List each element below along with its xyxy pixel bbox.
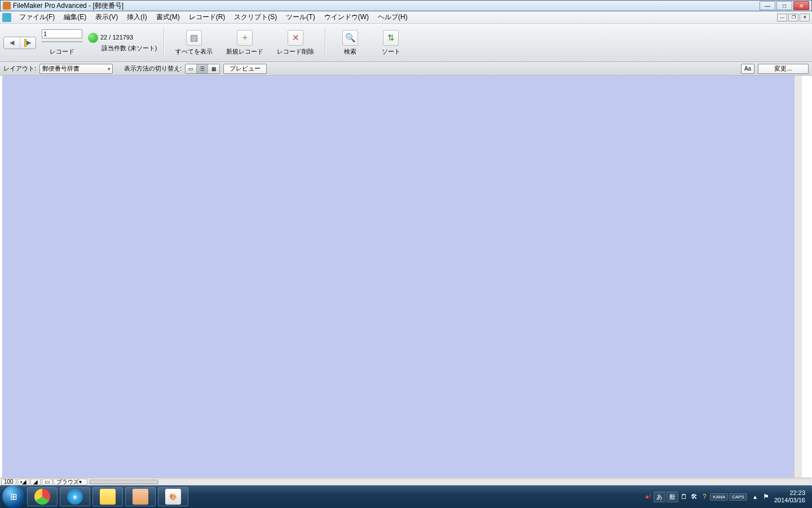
show-all-icon: ▤ <box>186 30 202 46</box>
menu-ウインドウ[interactable]: ウインドウ(W) <box>320 11 373 23</box>
menu-挿入[interactable]: 挿入(I) <box>122 11 151 23</box>
ime-help-icon[interactable]: ? <box>700 492 709 501</box>
preview-button[interactable]: プレビュー <box>223 64 267 74</box>
text-format-button[interactable]: Aa <box>741 64 754 74</box>
menu-書式[interactable]: 書式(M) <box>152 11 184 23</box>
menu-スクリプト[interactable]: スクリプト(S) <box>230 11 281 23</box>
ime-pad-icon[interactable]: 🗒 <box>679 492 689 501</box>
mdi-minimize-button[interactable]: — <box>777 14 787 21</box>
record-index-input[interactable] <box>42 29 82 38</box>
doc-icon <box>2 13 11 22</box>
status-led-icon <box>88 33 98 43</box>
start-button[interactable]: ⊞ <box>2 485 25 508</box>
zoom-in-button[interactable]: ◢ <box>30 479 41 485</box>
view-list-button[interactable]: ☰ <box>197 64 208 73</box>
view-mode-buttons: ▭ ☰ ▦ <box>185 64 220 74</box>
maximize-button[interactable]: □ <box>776 1 792 10</box>
change-button[interactable]: 変更... <box>758 64 809 74</box>
ime-alert-icon[interactable]: ●! <box>643 492 652 501</box>
menu-レコード[interactable]: レコード(R) <box>184 11 230 23</box>
view-form-button[interactable]: ▭ <box>186 64 197 73</box>
search-icon: 🔍 <box>342 30 358 46</box>
task-ie[interactable]: e <box>60 487 90 506</box>
grid-background <box>2 76 794 478</box>
record-prev-button[interactable]: ◀ <box>4 37 20 49</box>
sort-button[interactable]: ⇅ ソート <box>373 25 408 60</box>
clock-date: 2014/03/16 <box>774 497 805 504</box>
task-chrome[interactable] <box>27 487 58 506</box>
delete-record-button[interactable]: ✕ レコード削除 <box>273 25 318 60</box>
sort-status: 該当件数 (未ソート) <box>102 44 157 52</box>
ime-kana[interactable]: KANA <box>710 493 728 501</box>
ime-mode-hiragana[interactable]: あ <box>654 492 665 502</box>
layout-label: レイアウト: <box>3 64 36 73</box>
record-nav: ◀ ▶ <box>3 37 36 49</box>
delete-record-icon: ✕ <box>288 30 303 46</box>
mdi-close-button[interactable]: ✕ <box>800 14 810 21</box>
ime-mode-general[interactable]: 般 <box>667 492 678 502</box>
record-next-button[interactable]: ▶ <box>20 37 36 49</box>
clock[interactable]: 22:23 2014/03/16 <box>774 489 805 504</box>
menu-表示[interactable]: 表示(V) <box>91 11 122 23</box>
app-icon <box>3 2 11 10</box>
view-table-button[interactable]: ▦ <box>208 64 219 73</box>
minimize-button[interactable]: — <box>760 1 775 10</box>
task-explorer[interactable] <box>92 487 123 506</box>
mdi-restore-button[interactable]: ❐ <box>788 14 798 21</box>
new-record-icon: ＋ <box>237 30 253 46</box>
clock-time: 22:23 <box>774 489 805 497</box>
window-titlebar: FileMaker Pro Advanced - [郵便番号] — □ ✕ <box>0 0 812 11</box>
ime-tool-icon[interactable]: 🛠 <box>690 492 699 501</box>
show-all-button[interactable]: ▤ すべてを表示 <box>171 25 217 60</box>
menu-編集[interactable]: 編集(E) <box>59 11 91 23</box>
mode-select[interactable]: ブラウズ ▾ <box>54 479 87 485</box>
record-label: レコード <box>50 47 74 56</box>
close-button[interactable]: ✕ <box>793 1 809 10</box>
sort-icon: ⇅ <box>383 30 399 46</box>
taskbar: ⊞ e 🎨 ●! あ 般 🗒 🛠 ? KANA CAPS ▴ ⚑ 22:23 2… <box>0 485 812 508</box>
task-paint[interactable]: 🎨 <box>158 487 188 506</box>
record-count: 22 / 121793 <box>100 34 133 41</box>
window-title: FileMaker Pro Advanced - [郵便番号] <box>13 1 760 11</box>
tray-flag-icon[interactable]: ⚑ <box>762 492 771 501</box>
menu-bar: ファイル(F)編集(E)表示(V)挿入(I)書式(M)レコード(R)スクリプト(… <box>0 11 812 24</box>
zoom-value[interactable]: 100 <box>1 479 16 485</box>
system-tray: ●! あ 般 🗒 🛠 ? KANA CAPS ▴ ⚑ 22:23 2014/03… <box>643 489 810 504</box>
ime-caps[interactable]: CAPS <box>729 493 747 501</box>
vertical-scrollbar[interactable] <box>794 76 802 478</box>
task-filemaker[interactable] <box>125 487 156 506</box>
layout-bar: レイアウト: 郵便番号辞書 表示方法の切り替え: ▭ ☰ ▦ プレビュー Aa … <box>0 62 812 76</box>
toolbar-toggle-button[interactable]: ▭ <box>42 479 52 485</box>
record-status: 22 / 121793 該当件数 (未ソート) <box>88 25 157 60</box>
menu-ツール[interactable]: ツール(T) <box>281 11 319 23</box>
tray-expand-icon[interactable]: ▴ <box>751 492 760 501</box>
layout-select[interactable]: 郵便番号辞書 <box>39 64 113 74</box>
content-area: 郵便番号住所住所 1住所 2住所 3 891-9100鹿児島県大島郡和泊町鹿児島… <box>0 76 812 478</box>
record-slider[interactable] <box>42 39 82 45</box>
toolbar: ◀ ▶ レコード 22 / 121793 該当件数 (未ソート) ▤ すべてを表… <box>0 24 812 62</box>
horizontal-scrollbar[interactable] <box>89 479 811 485</box>
menu-ヘルプ[interactable]: ヘルプ(H) <box>373 11 412 23</box>
view-mode-label: 表示方法の切り替え: <box>124 64 182 73</box>
search-button[interactable]: 🔍 検索 <box>333 25 368 60</box>
zoom-out-button[interactable]: ▪◢ <box>17 479 30 485</box>
new-record-button[interactable]: ＋ 新規レコード <box>222 25 267 60</box>
menu-ファイル[interactable]: ファイル(F) <box>15 11 59 23</box>
status-bar: 100 ▪◢ ◢ ▭ ブラウズ ▾ <box>0 478 812 485</box>
